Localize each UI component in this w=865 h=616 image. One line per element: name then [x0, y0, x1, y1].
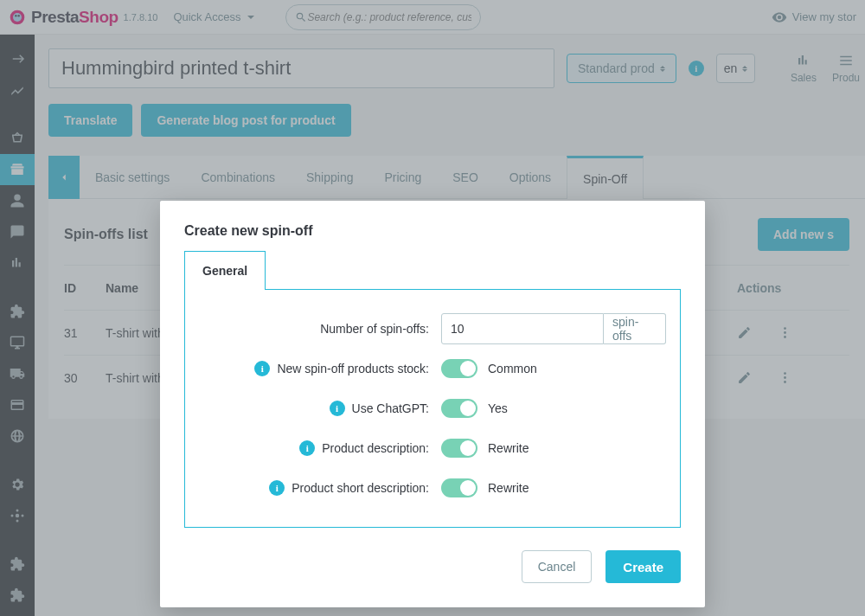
stock-value: Common: [488, 362, 537, 375]
gpt-toggle[interactable]: [441, 399, 477, 418]
modal-body: Number of spin-offs: spin-offs iNew spin…: [184, 289, 681, 528]
short-desc-label: Product short description:: [292, 481, 429, 495]
info-icon[interactable]: i: [269, 480, 285, 496]
modal-title: Create new spin-off: [184, 223, 681, 239]
num-spinoffs-suffix: spin-offs: [604, 313, 666, 344]
desc-label: Product description:: [322, 441, 429, 455]
short-desc-toggle[interactable]: [441, 478, 477, 497]
stock-toggle[interactable]: [441, 359, 477, 378]
short-desc-value: Rewrite: [488, 481, 529, 495]
create-spinoff-modal: Create new spin-off General Number of sp…: [160, 201, 705, 607]
num-spinoffs-input[interactable]: [441, 313, 604, 344]
num-spinoffs-label: Number of spin-offs:: [199, 322, 441, 336]
modal-tab-general[interactable]: General: [184, 251, 266, 290]
info-icon[interactable]: i: [299, 440, 315, 456]
num-spinoffs-input-group: spin-offs: [441, 313, 666, 344]
gpt-value: Yes: [488, 401, 508, 415]
cancel-button[interactable]: Cancel: [522, 550, 593, 583]
desc-value: Rewrite: [488, 441, 529, 455]
desc-toggle[interactable]: [441, 439, 477, 458]
stock-label: New spin-off products stock:: [277, 362, 429, 375]
modal-overlay[interactable]: Create new spin-off General Number of sp…: [0, 0, 865, 616]
info-icon[interactable]: i: [254, 361, 270, 376]
gpt-label: Use ChatGPT:: [352, 401, 429, 415]
create-button[interactable]: Create: [606, 550, 681, 583]
info-icon[interactable]: i: [330, 401, 345, 416]
